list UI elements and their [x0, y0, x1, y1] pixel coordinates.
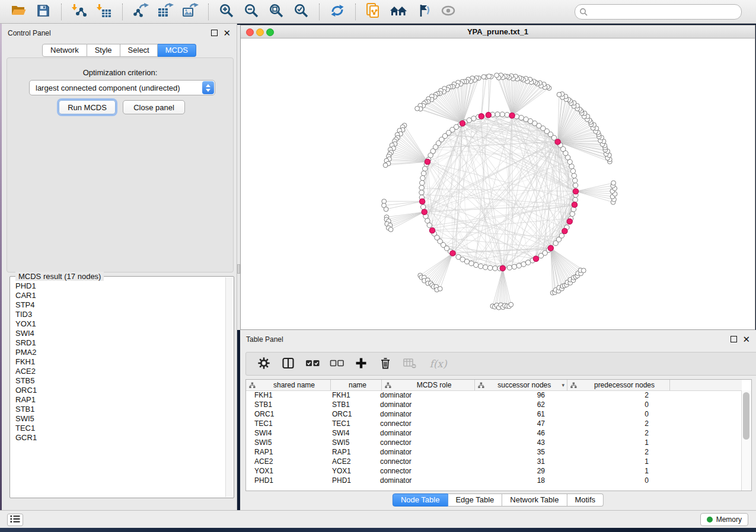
task-history-button[interactable]: [7, 514, 23, 526]
table-row[interactable]: ACE2ACE2connector311: [246, 457, 742, 466]
tab-motifs[interactable]: Motifs: [567, 493, 604, 507]
table-cell[interactable]: 43: [464, 438, 553, 447]
table-cell[interactable]: YOX1: [246, 467, 327, 475]
table-cell[interactable]: 0: [553, 476, 652, 485]
table-cell[interactable]: connector: [375, 467, 464, 475]
close-panel-icon[interactable]: ✕: [742, 336, 750, 342]
mcds-result-item[interactable]: STB1: [11, 405, 226, 414]
table-row[interactable]: PHD1PHD1dominator180: [246, 476, 742, 485]
table-row[interactable]: SWI4SWI4dominator462: [246, 428, 742, 438]
mcds-result-item[interactable]: STB5: [11, 376, 226, 386]
table-cell[interactable]: ACE2: [327, 457, 375, 466]
tab-select[interactable]: Select: [120, 44, 158, 57]
column-header-successor-nodes[interactable]: successor nodes▾: [475, 380, 567, 390]
zoom-out-button[interactable]: [241, 2, 262, 22]
table-cell[interactable]: RAP1: [246, 448, 327, 456]
export-table-button[interactable]: [155, 2, 176, 22]
table-row[interactable]: STB1STB1dominator620: [246, 400, 742, 409]
table-cell[interactable]: 46: [464, 429, 553, 437]
column-header-shared-name[interactable]: shared name: [246, 380, 331, 390]
table-cell[interactable]: 29: [464, 467, 553, 475]
mcds-result-item[interactable]: TID3: [11, 310, 226, 319]
table-cell[interactable]: PHD1: [327, 476, 375, 485]
table-cell[interactable]: connector: [375, 438, 464, 447]
zoom-fit-button[interactable]: [266, 2, 287, 22]
table-cell[interactable]: 2: [553, 391, 652, 399]
mcds-result-item[interactable]: PHD1: [11, 281, 226, 291]
table-cell[interactable]: 1: [553, 438, 652, 447]
table-cell[interactable]: dominator: [375, 391, 464, 399]
table-cell[interactable]: dominator: [375, 410, 464, 418]
table-scrollbar-track[interactable]: [741, 390, 751, 491]
table-cell[interactable]: 0: [553, 410, 652, 418]
network-canvas[interactable]: [241, 39, 755, 329]
create-column-button[interactable]: [354, 357, 368, 371]
table-row[interactable]: TEC1TEC1connector472: [246, 419, 742, 428]
zoom-in-button[interactable]: [216, 2, 237, 22]
tab-style[interactable]: Style: [87, 44, 120, 57]
table-cell[interactable]: dominator: [375, 476, 464, 485]
import-table-button[interactable]: [94, 2, 115, 22]
mcds-result-item[interactable]: PMA2: [11, 348, 226, 357]
mcds-result-item[interactable]: SWI5: [11, 414, 226, 424]
tab-node-table[interactable]: Node Table: [393, 493, 448, 507]
table-row[interactable]: ORC1ORC1dominator610: [246, 409, 742, 419]
table-cell[interactable]: 1: [553, 457, 652, 466]
mcds-result-item[interactable]: YOX1: [11, 319, 226, 329]
table-cell[interactable]: 61: [464, 410, 553, 418]
mcds-result-item[interactable]: STP4: [11, 300, 226, 310]
table-cell[interactable]: ACE2: [246, 457, 327, 466]
table-cell[interactable]: dominator: [375, 429, 464, 437]
memory-button[interactable]: Memory: [700, 513, 748, 526]
search-input[interactable]: [591, 7, 737, 17]
close-panel-button[interactable]: Close panel: [123, 100, 185, 114]
table-cell[interactable]: PHD1: [246, 476, 327, 485]
table-cell[interactable]: FKH1: [327, 391, 375, 399]
zoom-selected-button[interactable]: [291, 2, 312, 22]
table-cell[interactable]: 1: [553, 467, 652, 475]
column-header-name[interactable]: name: [331, 380, 382, 390]
table-cell[interactable]: 2: [553, 419, 652, 428]
table-cell[interactable]: 2: [553, 429, 652, 437]
tab-edge-table[interactable]: Edge Table: [448, 493, 502, 507]
table-row[interactable]: SWI5SWI5connector431: [246, 438, 742, 447]
mcds-list-scrollbar[interactable]: [225, 277, 233, 497]
float-panel-icon[interactable]: [731, 336, 737, 342]
refresh-view-button[interactable]: [327, 2, 348, 22]
table-cell[interactable]: FKH1: [246, 391, 327, 399]
table-cell[interactable]: SWI5: [246, 438, 327, 447]
table-cell[interactable]: STB1: [327, 400, 375, 409]
show-details-button[interactable]: [438, 2, 459, 22]
show-columns-button[interactable]: [281, 357, 295, 371]
table-cell[interactable]: SWI4: [246, 429, 327, 437]
home-button[interactable]: [388, 2, 409, 22]
column-header-MCDS-role[interactable]: MCDS role: [382, 380, 475, 390]
select-all-columns-button[interactable]: [305, 357, 320, 371]
import-network-button[interactable]: [69, 2, 90, 22]
mcds-result-item[interactable]: SRD1: [11, 338, 226, 348]
table-cell[interactable]: ORC1: [327, 410, 375, 418]
close-panel-icon[interactable]: ✕: [223, 30, 231, 36]
mcds-result-item[interactable]: FKH1: [11, 357, 226, 367]
table-cell[interactable]: 31: [464, 457, 553, 466]
table-cell[interactable]: 18: [464, 476, 553, 485]
network-snapshot-button[interactable]: [363, 2, 384, 22]
table-cell[interactable]: 35: [464, 448, 553, 456]
export-image-button[interactable]: [180, 2, 201, 22]
mcds-result-item[interactable]: SWI4: [11, 329, 226, 338]
table-cell[interactable]: ORC1: [246, 410, 327, 418]
table-cell[interactable]: YOX1: [327, 467, 375, 475]
mcds-result-item[interactable]: CAR1: [11, 291, 226, 300]
column-header-predecessor-nodes[interactable]: predecessor nodes: [567, 380, 670, 390]
table-row[interactable]: YOX1YOX1connector291: [246, 466, 742, 476]
table-cell[interactable]: TEC1: [246, 419, 327, 428]
table-cell[interactable]: connector: [375, 457, 464, 466]
network-window-titlebar[interactable]: YPA_prune.txt_1: [241, 25, 755, 39]
mcds-result-item[interactable]: RAP1: [11, 395, 226, 405]
table-cell[interactable]: RAP1: [327, 448, 375, 456]
table-cell[interactable]: 0: [553, 400, 652, 409]
mcds-result-item[interactable]: TEC1: [11, 424, 226, 433]
delete-column-button[interactable]: [378, 357, 393, 371]
open-session-button[interactable]: [8, 2, 29, 22]
table-cell[interactable]: dominator: [375, 448, 464, 456]
